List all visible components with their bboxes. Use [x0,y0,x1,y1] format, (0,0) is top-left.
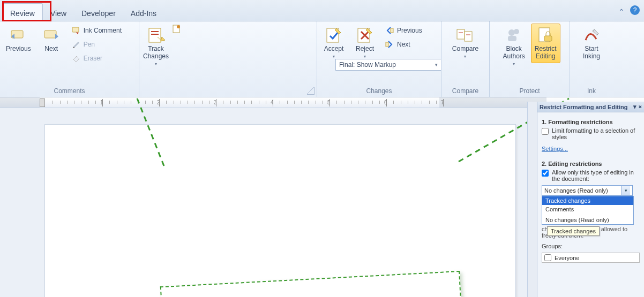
next-change-icon [385,40,394,49]
ink-group-label: Ink [572,86,611,97]
svg-rect-18 [465,32,472,41]
restrict-editing-icon [536,26,555,44]
svg-rect-1 [44,31,56,38]
svg-rect-16 [386,42,388,47]
groups-label: Groups: [542,243,640,249]
previous-change-icon [385,26,394,35]
svg-rect-22 [508,36,516,41]
allow-only-checkbox[interactable]: Allow only this type of editing in the d… [542,169,640,182]
reject-icon [356,26,374,44]
editing-type-options: Tracked changes Comments Filling in form… [542,196,634,225]
editing-type-dropdown-icon[interactable]: ▾ [621,186,630,195]
help-icon[interactable]: ? [630,5,640,15]
previous-comment-icon [9,26,27,44]
tab-review[interactable]: Review [2,3,43,21]
svg-point-8 [177,25,180,28]
option-tracked-changes[interactable]: Tracked changes [542,196,633,205]
accept-button[interactable]: Accept ▾ [319,24,348,62]
accept-dropdown-icon[interactable]: ▾ [333,54,335,59]
next-comment-button: Next [37,24,66,56]
accept-icon [325,26,343,44]
formatting-restrictions-heading: 1. Formatting restrictions [542,119,640,125]
pane-close-icon[interactable]: × [638,103,642,110]
tab-addins[interactable]: Add-Ins [123,4,164,21]
pen-button: Pen [68,39,125,50]
block-authors-dropdown-icon: ▾ [513,62,515,66]
track-changes-dropdown-icon[interactable]: ▾ [155,62,157,66]
start-inking-button[interactable]: Start Inking [577,24,606,63]
ink-comment-icon [72,26,80,35]
tracking-dialog-launcher[interactable] [307,87,314,95]
group-everyone-checkbox[interactable]: Everyone [542,253,639,262]
block-authors-icon [505,26,523,44]
vertical-scrollbar[interactable] [527,102,537,297]
track-changes-button[interactable]: Track Changes ▾ [141,24,170,69]
previous-change-button[interactable]: Previous [381,25,426,36]
block-authors-button: Block Authors ▾ [499,24,528,69]
compare-button[interactable]: Compare ▾ [448,24,482,62]
eraser-icon [72,54,80,63]
svg-rect-17 [457,29,465,39]
svg-rect-25 [544,36,552,41]
protect-group-label: Protect [492,86,567,97]
restrict-editing-pane: Restrict Formatting and Editing ▾ × 1. F… [537,102,644,297]
track-changes-icon [147,26,165,44]
svg-rect-3 [73,47,74,48]
previous-comment-button: Previous [2,24,35,56]
eraser-button: Eraser [68,52,125,64]
restrict-editing-button[interactable]: Restrict Editing [531,24,560,63]
svg-rect-15 [391,28,393,33]
svg-point-21 [508,29,515,36]
editing-type-select[interactable]: No changes (Read only) ▾ Tracked changes… [542,185,633,196]
next-comment-icon [42,26,61,44]
option-tooltip: Tracked changes [547,226,600,236]
reject-button[interactable]: Reject ▾ [350,24,379,62]
formatting-settings-link[interactable]: Settings... [542,146,568,152]
next-change-button[interactable]: Next [381,39,426,50]
minimize-ribbon-icon[interactable]: ⌃ [618,7,625,16]
pane-menu-icon[interactable]: ▾ [633,103,636,110]
option-comments[interactable]: Comments [542,205,633,214]
compare-icon [456,26,474,44]
reject-dropdown-icon[interactable]: ▾ [364,54,366,59]
svg-point-23 [514,29,519,34]
pen-icon [72,40,80,49]
compare-group-label: Compare [444,86,487,97]
ink-comment-button[interactable]: Ink Comment [68,25,125,36]
changes-group-label: Changes [319,86,439,97]
tab-developer[interactable]: Developer [74,4,123,21]
comments-group-label: Comments [2,86,137,97]
svg-rect-4 [149,28,161,42]
pane-title: Restrict Formatting and Editing [540,104,627,110]
compare-dropdown-icon[interactable]: ▾ [464,54,466,59]
tab-view[interactable]: View [43,4,74,21]
editing-restrictions-heading: 2. Editing restrictions [542,161,640,167]
ruler-indent-marker[interactable] [40,98,45,107]
document-area: This is the Track Changes portion of the… [0,108,537,297]
ribbon: Previous Next Ink Comment Pen Eraser [0,21,644,97]
option-no-changes[interactable]: No changes (Read only) [542,216,633,224]
limit-formatting-checkbox[interactable]: Limit formatting to a selection of style… [542,127,640,140]
start-inking-icon [582,26,601,44]
svg-rect-2 [72,27,79,32]
